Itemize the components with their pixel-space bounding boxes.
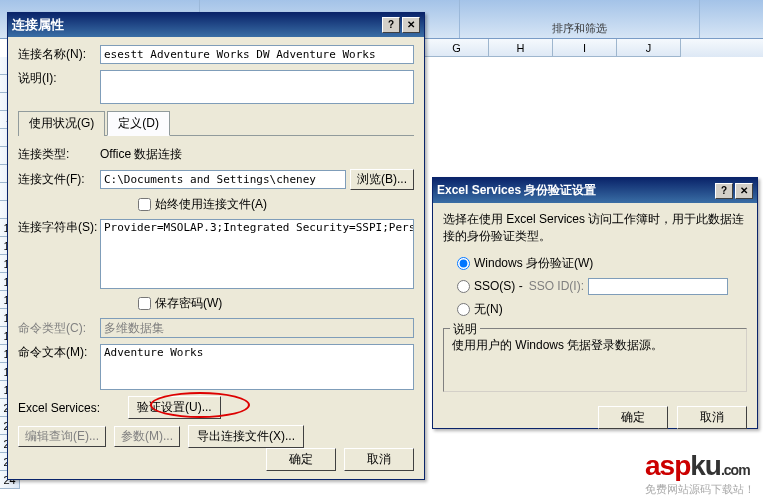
connection-type-label: 连接类型: [18,146,100,163]
sso-id-label: SSO ID(I): [529,279,584,293]
cancel-button[interactable]: 取消 [344,448,414,471]
browse-button[interactable]: 浏览(B)... [350,169,414,190]
tab-definition[interactable]: 定义(D) [107,111,170,136]
connection-file-input[interactable] [100,170,346,189]
dialog-title: Excel Services 身份验证设置 [437,182,713,199]
none-radio[interactable] [457,303,470,316]
windows-auth-label: Windows 身份验证(W) [474,255,593,272]
tab-usage[interactable]: 使用状况(G) [18,111,105,136]
dialog-body: 选择在使用 Excel Services 访问工作簿时，用于此数据连接的身份验证… [433,203,757,437]
dialog-titlebar[interactable]: Excel Services 身份验证设置 ? ✕ [433,178,757,203]
description-label: 说明(I): [18,70,100,87]
ok-button[interactable]: 确定 [598,406,668,429]
ok-button[interactable]: 确定 [266,448,336,471]
command-text-input[interactable]: Adventure Works [100,344,414,390]
col-header[interactable]: H [489,39,553,57]
col-header[interactable]: G [425,39,489,57]
sso-id-input[interactable] [588,278,728,295]
connection-properties-dialog: 连接属性 ? ✕ 连接名称(N): 说明(I): 使用状况(G) 定义(D) 连… [7,12,425,480]
connection-name-input[interactable] [100,45,414,64]
description-group: 说明 使用用户的 Windows 凭据登录数据源。 [443,328,747,392]
auth-settings-button[interactable]: 验证设置(U)... [128,396,221,419]
col-header[interactable]: I [553,39,617,57]
connection-name-label: 连接名称(N): [18,46,100,63]
none-label: 无(N) [474,301,503,318]
excel-services-auth-dialog: Excel Services 身份验证设置 ? ✕ 选择在使用 Excel Se… [432,177,758,429]
dialog-titlebar[interactable]: 连接属性 ? ✕ [8,13,424,37]
connection-string-input[interactable]: Provider=MSOLAP.3;Integrated Security=SS… [100,219,414,289]
tab-strip: 使用状况(G) 定义(D) [18,110,414,136]
watermark-logo: aspku.com 免费网站源码下载站！ [645,450,755,497]
save-password-label: 保存密码(W) [155,295,222,312]
windows-auth-radio[interactable] [457,257,470,270]
description-input[interactable] [100,70,414,104]
column-headers: G H I J [425,39,763,57]
connection-string-label: 连接字符串(S): [18,219,100,236]
close-button[interactable]: ✕ [402,17,420,33]
group-title: 说明 [450,321,480,338]
cancel-button[interactable]: 取消 [677,406,747,429]
dialog-footer: 确定 取消 [266,448,414,471]
edit-query-button: 编辑查询(E)... [18,426,106,447]
close-button[interactable]: ✕ [735,183,753,199]
always-use-file-label: 始终使用连接文件(A) [155,196,267,213]
auth-description: 选择在使用 Excel Services 访问工作簿时，用于此数据连接的身份验证… [443,211,747,245]
command-text-label: 命令文本(M): [18,344,100,361]
save-password-checkbox[interactable] [138,297,151,310]
export-connection-button[interactable]: 导出连接文件(X)... [188,425,304,448]
help-button[interactable]: ? [382,17,400,33]
sso-radio[interactable] [457,280,470,293]
help-button[interactable]: ? [715,183,733,199]
sso-label: SSO(S) - [474,279,523,293]
dialog-title: 连接属性 [12,16,380,34]
connection-file-label: 连接文件(F): [18,171,100,188]
excel-services-label: Excel Services: [18,401,128,415]
ribbon-section-sort-filter: 排序和筛选 [460,0,700,38]
command-type-select: 多维数据集 [100,318,414,338]
parameters-button: 参数(M)... [114,426,180,447]
auth-explanation: 使用用户的 Windows 凭据登录数据源。 [452,337,738,385]
command-type-label: 命令类型(C): [18,320,100,337]
dialog-body: 连接名称(N): 说明(I): 使用状况(G) 定义(D) 连接类型: Offi… [8,37,424,462]
connection-type-value: Office 数据连接 [100,146,182,163]
col-header[interactable]: J [617,39,681,57]
always-use-file-checkbox[interactable] [138,198,151,211]
